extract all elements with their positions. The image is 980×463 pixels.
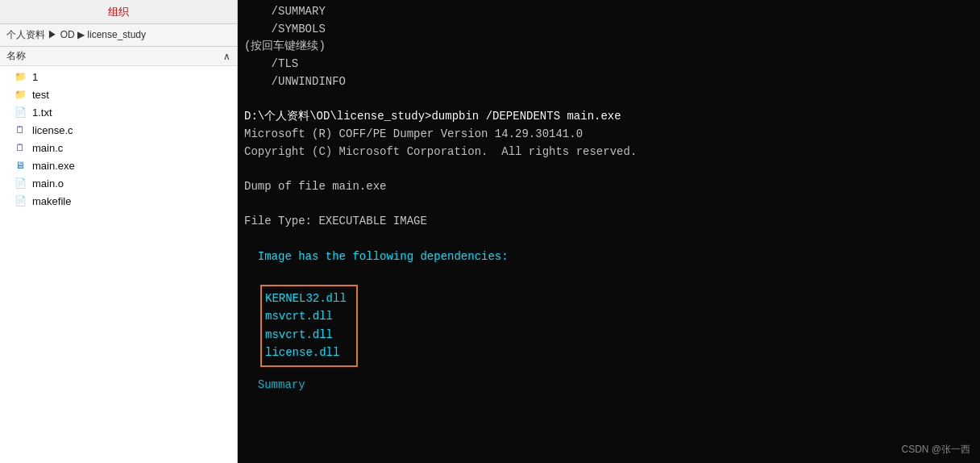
folder-icon: 📁	[13, 70, 27, 83]
terminal-line: Dump of file main.exe	[244, 178, 974, 196]
terminal-line	[244, 196, 974, 214]
name-column-header: 名称	[6, 49, 26, 63]
terminal-line: /SYMBOLS	[244, 21, 974, 39]
terminal-line: /UNWINDINFO	[244, 73, 974, 91]
makefile-icon: 📄	[13, 194, 27, 207]
file-name: test	[32, 89, 49, 101]
dependencies-box: KERNEL32.dll msvcrt.dll msvcrt.dll licen…	[260, 285, 358, 367]
file-name: makefile	[32, 195, 71, 207]
file-name: main.exe	[32, 160, 75, 172]
list-item[interactable]: 📄 main.o	[0, 174, 237, 192]
breadcrumb: 个人资料 ▶ OD ▶ license_study	[0, 24, 237, 47]
sidebar: 组织 个人资料 ▶ OD ▶ license_study 名称 ∧ 📁 1 📁 …	[0, 0, 238, 463]
c-file-icon: 🗒	[13, 123, 27, 136]
list-item[interactable]: 📁 1	[0, 68, 237, 86]
file-name: main.o	[32, 177, 64, 190]
file-list: 📁 1 📁 test 📄 1.txt 🗒 license.c 🗒 main.c …	[0, 66, 237, 463]
sidebar-top-bar: 组织	[0, 0, 237, 24]
organize-label: 组织	[108, 5, 129, 19]
c-file-icon: 🗒	[13, 141, 27, 154]
txt-file-icon: 📄	[13, 106, 27, 119]
command-line: D:\个人资料\OD\license_study>dumpbin /DEPEND…	[244, 108, 974, 126]
summary-label: Summary	[244, 377, 974, 394]
file-name: license.c	[32, 124, 73, 136]
list-item[interactable]: 🗒 license.c	[0, 121, 237, 139]
terminal: /SUMMARY /SYMBOLS (按回车键继续) /TLS /UNWINDI…	[238, 0, 980, 463]
list-item[interactable]: 📄 1.txt	[0, 103, 237, 121]
file-name: 1	[32, 71, 38, 83]
dep-item: KERNEL32.dll	[265, 290, 347, 307]
terminal-line	[244, 90, 974, 108]
dep-item: license.dll	[265, 344, 347, 361]
terminal-line: File Type: EXECUTABLE IMAGE	[244, 213, 974, 231]
list-item[interactable]: 📄 makefile	[0, 192, 237, 210]
terminal-line: Image has the following dependencies:	[244, 248, 974, 266]
list-item[interactable]: 🗒 main.c	[0, 139, 237, 156]
dep-item: msvcrt.dll	[265, 326, 347, 344]
terminal-line	[244, 161, 974, 178]
o-file-icon: 📄	[13, 177, 27, 190]
list-item[interactable]: 🖥 main.exe	[0, 156, 237, 174]
terminal-line: /SUMMARY	[244, 3, 974, 21]
folder-icon: 📁	[13, 88, 27, 101]
collapse-icon[interactable]: ∧	[223, 51, 230, 62]
list-item[interactable]: 📁 test	[0, 86, 237, 103]
terminal-line: (按回车键继续)	[244, 38, 974, 56]
terminal-content: /SUMMARY /SYMBOLS (按回车键继续) /TLS /UNWINDI…	[238, 0, 980, 463]
terminal-line: Copyright (C) Microsoft Corporation. All…	[244, 144, 974, 161]
dep-item: msvcrt.dll	[265, 307, 347, 325]
watermark: CSDN @张一西	[901, 443, 970, 457]
terminal-line	[244, 265, 974, 283]
breadcrumb-text: 个人资料 ▶ OD ▶ license_study	[6, 28, 146, 42]
exe-file-icon: 🖥	[13, 159, 27, 172]
file-list-header: 名称 ∧	[0, 47, 237, 66]
terminal-line	[244, 231, 974, 248]
terminal-line: /TLS	[244, 56, 974, 73]
file-name: 1.txt	[32, 106, 52, 119]
file-name: main.c	[32, 142, 63, 154]
terminal-line: Microsoft (R) COFF/PE Dumper Version 14.…	[244, 126, 974, 144]
